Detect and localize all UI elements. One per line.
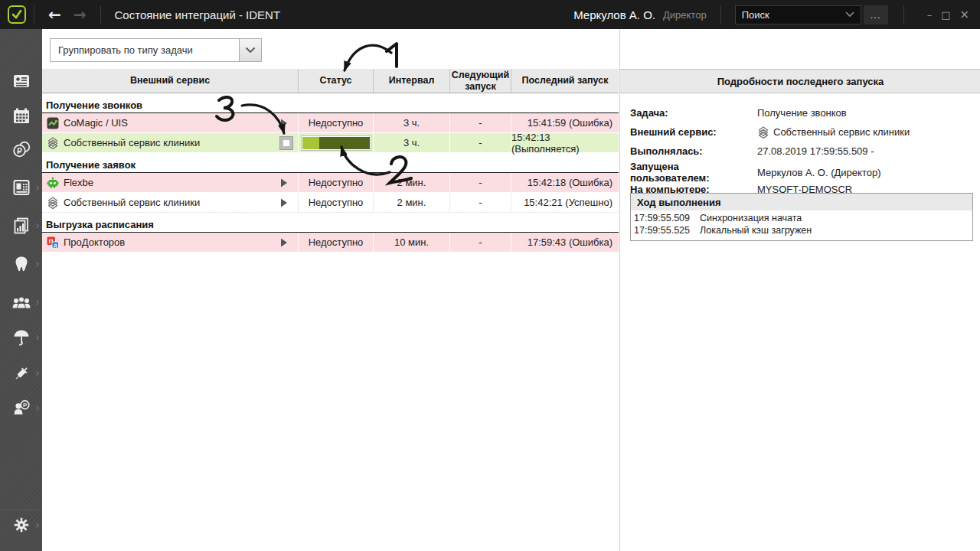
people-icon [11,292,32,312]
sidebar: Р › [0,29,42,551]
comagic-icon [47,117,59,129]
run-task-button[interactable] [278,197,290,209]
sidebar-item-settings[interactable]: › [0,512,42,538]
umbrella-icon [11,328,31,347]
sidebar-item-treatment[interactable]: › [0,251,42,277]
group-header: Получение звонков [42,97,619,113]
divider [720,5,721,24]
divider [100,5,101,24]
last-run-cell: 15:42:18 (Ошибка) [511,173,619,192]
search-input[interactable]: Поиск [735,5,861,24]
detail-field: Задача: Получение звонков [630,103,973,122]
sidebar-item-schedule[interactable] [0,103,42,129]
search-placeholder: Поиск [742,9,845,21]
table-row[interactable]: Собственный сервис клиники 3 ч. - 15:42:… [42,133,619,153]
log-header: Ход выполнения [630,193,973,211]
last-run-cell: 15:42:21 (Успешно) [511,193,619,212]
column-header[interactable]: Внешний сервис [42,69,299,93]
status-cell: Недоступно [299,193,374,212]
prodoctorov-icon: П д [47,236,59,249]
details-panel: Подробности последнего запуска Задача: П… [619,29,980,551]
dropdown-button[interactable] [239,38,262,62]
svg-text:д: д [54,243,57,249]
column-header[interactable]: Следующий запуск [450,69,511,93]
service-name: Flexbe [64,177,93,188]
sidebar-item-cashdesk[interactable]: › [0,174,42,201]
table-header: Внешний сервис Статус Интервал Следующий… [42,69,619,93]
ruble-coins-icon: Р [11,139,31,159]
maximize-button[interactable]: □ [941,9,950,21]
service-name: Собственный сервис клиники [64,137,200,148]
close-button[interactable]: × [959,8,969,21]
sidebar-item-profile[interactable] [0,548,42,551]
current-user-name[interactable]: Меркулов А. О. [573,8,655,21]
status-cell: Недоступно [299,113,374,132]
flexbe-icon [47,177,59,189]
status-cell: Недоступно [299,173,374,192]
svg-text:Р: Р [17,147,22,155]
column-header[interactable]: Статус [299,69,374,93]
sidebar-item-salary[interactable]: Р › [0,395,42,421]
next-run-cell: - [450,233,511,252]
sidebar-item-medications[interactable]: › [0,360,42,386]
sidebar-item-insurance[interactable]: › [0,324,42,350]
current-user-role: Директор [663,9,707,21]
divider [903,5,904,24]
interval-cell: 2 мин. [374,173,450,192]
chevron-right-icon: › [35,259,40,270]
salary-icon: Р [11,398,31,418]
group-by-dropdown[interactable]: Группировать по типу задачи [50,38,262,62]
sidebar-item-payments[interactable]: Р [0,136,42,162]
group-by-value: Группировать по типу задачи [50,38,239,62]
reports-icon [11,216,31,236]
play-icon [280,119,288,128]
chevron-right-icon: › [35,297,40,308]
group-header: Получение заявок [42,157,619,173]
next-run-cell: - [450,193,511,212]
clinic-service-icon [47,197,59,209]
interval-cell: 3 ч. [374,113,450,132]
group-header: Выгрузка расписания [42,217,619,233]
sidebar-item-patient-card[interactable] [0,68,42,94]
sidebar-item-staff[interactable]: › [0,289,42,315]
log-box[interactable]: 17:59:55.509 Синхронизация начата 17:59:… [630,210,973,241]
clinic-service-icon [47,137,59,149]
ident-logo-icon [8,5,26,24]
column-header[interactable]: Последний запуск [511,69,619,93]
chevron-down-icon [245,47,256,54]
chevron-right-icon: › [35,368,40,380]
detail-field: Запущена пользователем: Меркулов А. О. (… [630,161,973,180]
page-title: Состояние интеграций - IDENT [115,8,281,21]
table-row[interactable]: Flexbe Недоступно 2 мин. - 15:42:18 (Оши… [42,173,619,193]
detail-field: Внешний сервис: Собственный сервис клини… [630,122,973,142]
details-panel-header: Подробности последнего запуска [620,69,980,93]
chevron-down-icon[interactable] [845,11,854,18]
log-row: 17:59:55.509 Синхронизация начата [634,212,972,224]
status-cell [299,133,374,152]
run-task-button[interactable] [278,177,290,189]
integration-table: Внешний сервис Статус Интервал Следующий… [42,69,619,253]
run-task-button[interactable] [278,236,290,249]
svg-text:Р: Р [22,402,27,409]
stop-task-button[interactable] [279,136,293,150]
sidebar-item-reports[interactable]: › [0,213,42,239]
chevron-right-icon: › [35,220,40,232]
play-icon [280,198,288,207]
next-run-cell: - [450,173,511,192]
table-row[interactable]: Собственный сервис клиники Недоступно 2 … [42,193,619,213]
service-name: ПроДокторов [64,236,125,248]
interval-cell: 3 ч. [374,133,450,152]
syringe-icon [11,364,31,383]
column-header[interactable]: Интервал [374,69,450,93]
tooth-icon [11,254,31,274]
table-row[interactable]: П д ПроДокторов Недоступно 10 мин. - 17:… [42,233,619,253]
annotation-1 [345,44,397,70]
gear-icon [12,516,31,534]
minimize-button[interactable]: – [927,9,933,21]
search-more-button[interactable]: ... [864,5,888,24]
table-row[interactable]: CoMagic / UIS Недоступно 3 ч. - 15:41:59… [42,113,619,133]
cash-register-icon [11,178,31,197]
clinic-service-icon [757,126,769,139]
run-task-button[interactable] [278,117,290,129]
back-arrow-icon[interactable]: ← [42,0,67,29]
